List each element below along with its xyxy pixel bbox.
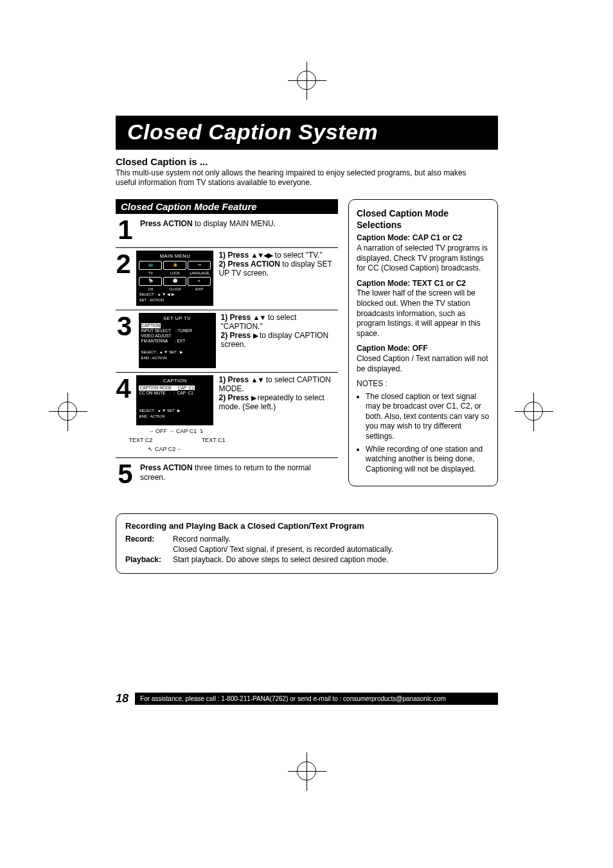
note-item: The closed caption or text signal may be…	[366, 392, 490, 442]
step-2-instructions: 1) Press ▲▼◀▶ to select "TV." 2) Press A…	[218, 251, 338, 306]
crop-mark-right	[524, 402, 543, 421]
record-playback-heading: Recording and Playing Back a Closed Capt…	[125, 520, 488, 532]
cycle-item: CAP C2	[155, 446, 175, 452]
selections-box: Closed Caption Mode Selections Caption M…	[348, 199, 498, 486]
cycle-item: TEXT C2	[129, 437, 152, 443]
caption-mode-text-text: The lower half of the screen will be blo…	[357, 288, 490, 339]
intro-text: This multi-use system not only allows th…	[116, 168, 498, 188]
arrow-right-icon: ▶	[253, 332, 258, 339]
intro-heading: Closed Caption is ...	[116, 156, 498, 167]
instr-bold: 1) Press	[218, 251, 251, 260]
osd-title: CAPTION	[139, 378, 211, 384]
crop-mark-top	[297, 71, 316, 90]
page-number: 18	[116, 692, 129, 705]
instr-bold: 1) Press	[218, 375, 251, 384]
osd-exit-icon: ⎆	[188, 277, 211, 286]
page-title: Closed Caption System	[116, 116, 498, 150]
caption-mode-cycle: → OFF → CAP C1 ↴ TEXT C2 TEXT C1 ↖ CAP C…	[136, 428, 220, 454]
osd-caption: CAPTION CAPTION MODE : CAP C1 CC ON MUTE…	[136, 375, 213, 425]
caption-mode-cap-text: A narration of selected TV programs is d…	[357, 244, 490, 274]
step-number: 3	[116, 313, 134, 368]
assistance-bar: For assistance, please call : 1-800-211-…	[135, 693, 498, 705]
step-number: 1	[116, 217, 135, 244]
osd-footer: END : ACTION	[139, 414, 211, 419]
osd-footer: SELECT : ▲ ▼ SET : ▶	[139, 409, 211, 413]
osd-tv-icon: 📺	[139, 261, 162, 270]
record-text-2: Closed Caption/ Text signal, if present,…	[173, 544, 488, 554]
steps-column: Closed Caption Mode Feature 1 Press ACTI…	[116, 199, 338, 488]
selections-heading: Closed Caption Mode Selections	[357, 208, 490, 231]
osd-footer: SELECT : ▲ ▼ ◀ ▶	[139, 292, 211, 297]
caption-mode-off-text: Closed Caption / Text narration will not…	[357, 354, 490, 374]
step-4-instructions: 1) Press ▲▼ to select CAPTION MODE. 2) P…	[218, 375, 338, 425]
record-label: Record:	[125, 534, 169, 554]
osd-title: MAIN MENU	[139, 253, 211, 259]
osd-title: SET UP TV	[141, 315, 213, 321]
step-3: 3 SET UP TV CAPTION INPUT SELECT : TUNER…	[116, 310, 338, 368]
instr-text: to select "TV."	[272, 251, 322, 260]
arrow-right-icon: ▶	[251, 394, 256, 402]
arrows-updown-icon: ▲▼	[253, 314, 266, 321]
record-text-1: Record normally.	[173, 534, 488, 544]
step-4: 4 CAPTION CAPTION MODE : CAP C1 CC ON MU…	[116, 372, 338, 454]
osd-setup-tv: SET UP TV CAPTION INPUT SELECT : TUNER V…	[139, 313, 216, 368]
cycle-item: CAP C1	[176, 428, 197, 434]
osd-label: CLOCK	[163, 287, 186, 292]
osd-main-menu: MAIN MENU 📺 🔒 ⇔ TV LOCK LANGUAGE 📡	[136, 251, 213, 306]
step-5-action: Press ACTION	[140, 463, 193, 472]
arrows-updown-icon: ▲▼	[251, 376, 264, 384]
note-item: While recording of one station and watch…	[366, 445, 490, 475]
step-1-action: Press ACTION	[140, 219, 193, 228]
osd-footer: END : ACTION	[141, 356, 213, 360]
step-5: 5 Press ACTION three times to return to …	[116, 457, 338, 488]
osd-clock-icon: 🕐	[163, 277, 186, 286]
instr-bold: 2) Press	[221, 331, 253, 340]
osd-label: CH	[139, 287, 162, 292]
step-1: 1 Press ACTION to display MAIN MENU.	[116, 214, 338, 244]
step-number: 2	[116, 251, 131, 306]
step-1-text: to display MAIN MENU.	[193, 219, 276, 228]
caption-mode-text-heading: Caption Mode: TEXT C1 or C2	[357, 279, 490, 289]
step-2: 2 MAIN MENU 📺 🔒 ⇔ TV LOCK LANGUAGE	[116, 247, 338, 306]
caption-mode-cap-heading: Caption Mode: CAP C1 or C2	[357, 233, 490, 244]
record-playback-box: Recording and Playing Back a Closed Capt…	[116, 513, 498, 574]
instr-bold: 2) Press	[218, 393, 251, 402]
osd-label: LOCK	[163, 271, 186, 276]
page-footer: 18 For assistance, please call : 1-800-2…	[116, 692, 498, 705]
osd-label: LANGUAGE	[188, 271, 211, 276]
feature-heading: Closed Caption Mode Feature	[116, 199, 338, 214]
caption-mode-off-heading: Caption Mode: OFF	[357, 344, 490, 354]
cycle-item: OFF	[155, 428, 167, 434]
step-number: 5	[116, 461, 135, 488]
osd-footer: SELECT : ▲ ▼ SET : ▶	[141, 350, 213, 355]
playback-label: Playback:	[125, 554, 169, 565]
osd-language-icon: ⇔	[188, 261, 211, 270]
playback-text: Start playback. Do above steps to select…	[173, 554, 488, 565]
arrows-4way-icon: ▲▼◀▶	[251, 251, 272, 259]
osd-lock-icon: 🔒	[163, 261, 186, 270]
instr-bold: 1) Press	[221, 313, 253, 322]
osd-footer: SET : ACTION	[139, 298, 211, 303]
osd-label: EXIT	[188, 287, 211, 292]
step-3-instructions: 1) Press ▲▼ to select "CAPTION." 2) Pres…	[221, 313, 338, 368]
page-content: Closed Caption System Closed Caption is …	[116, 116, 498, 574]
crop-mark-bottom	[297, 761, 316, 781]
osd-label: TV	[139, 271, 162, 276]
instr-bold: 2) Press ACTION	[218, 260, 280, 269]
crop-mark-left	[58, 402, 77, 421]
notes-label: NOTES :	[357, 379, 490, 389]
cycle-item: TEXT C1	[202, 437, 226, 443]
osd-ch-icon: 📡	[139, 277, 162, 286]
selections-column: Closed Caption Mode Selections Caption M…	[348, 199, 498, 486]
intro-block: Closed Caption is ... This multi-use sys…	[116, 156, 498, 188]
